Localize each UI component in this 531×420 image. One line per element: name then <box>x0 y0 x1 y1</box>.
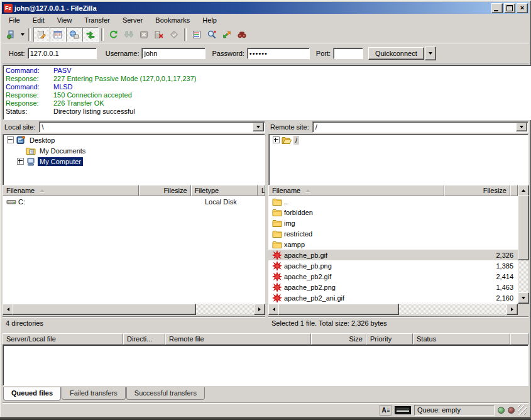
queue-list <box>3 345 528 386</box>
toggle-tree-views-button[interactable] <box>50 27 66 42</box>
menu-transfer[interactable]: Transfer <box>78 15 116 26</box>
local-horizontal-scrollbar[interactable] <box>3 304 265 314</box>
disconnect-button[interactable] <box>151 28 167 41</box>
refresh-button[interactable] <box>106 28 121 41</box>
tree-item-my-computer[interactable]: My Computer <box>3 156 265 167</box>
refresh-icon <box>109 30 119 40</box>
password-input[interactable] <box>247 48 310 59</box>
quickconnect-button[interactable]: Quickconnect <box>368 47 424 60</box>
chevron-down-icon[interactable] <box>516 123 527 131</box>
file-row[interactable]: apache_pb2_ani.gif 2,160 <box>268 292 518 303</box>
directory-filters-button[interactable] <box>189 28 204 41</box>
remote-site-combobox[interactable]: / <box>312 121 528 133</box>
scrollbar-thumb[interactable] <box>13 304 196 315</box>
menu-edit[interactable]: Edit <box>26 15 51 26</box>
tree-item-root[interactable]: / <box>269 135 528 145</box>
column-direction[interactable]: Directi... <box>123 333 165 345</box>
column-filetype[interactable]: Filetype <box>191 185 258 196</box>
log-line: Command:MLSD <box>6 83 531 91</box>
queue-size-panel: Queue: empty <box>414 405 495 416</box>
menu-bookmarks[interactable]: Bookmarks <box>149 15 196 26</box>
local-site-combobox[interactable]: \ <box>39 121 265 133</box>
maximize-button[interactable] <box>504 3 515 13</box>
local-tree: Desktop My Documents My Computer <box>3 134 265 186</box>
toolbar-separator <box>101 28 104 41</box>
remote-horizontal-scrollbar[interactable] <box>268 304 518 314</box>
file-row[interactable]: apache_pb2.png 1,463 <box>268 282 518 292</box>
username-label: Username: <box>106 50 140 57</box>
tab-queued-files[interactable]: Queued files <box>3 387 61 401</box>
cancel-operation-icon <box>139 30 149 40</box>
column-server-local-file[interactable]: Server/Local file <box>3 333 123 345</box>
column-filename[interactable]: Filename <box>268 185 444 196</box>
file-row[interactable]: restricted <box>268 228 518 239</box>
file-row[interactable]: forbidden <box>268 207 518 218</box>
directory-comparison-button[interactable] <box>204 28 219 41</box>
file-row-c-drive[interactable]: C: Local Disk <box>3 196 265 207</box>
data-type-indicator-icon[interactable]: A <box>380 405 391 416</box>
file-row[interactable]: apache_pb2.gif 2,414 <box>268 271 518 282</box>
process-queue-button[interactable] <box>121 28 136 41</box>
expand-icon[interactable] <box>273 136 280 143</box>
site-manager-button[interactable] <box>4 28 19 41</box>
menu-server[interactable]: Server <box>116 15 149 26</box>
find-files-button[interactable] <box>234 28 249 41</box>
port-input[interactable] <box>333 48 363 59</box>
toggle-directory-views-icon <box>69 30 79 40</box>
column-status[interactable]: Status <box>413 333 510 345</box>
collapse-icon[interactable] <box>7 136 14 143</box>
chevron-down-icon[interactable] <box>253 123 264 131</box>
tab-successful-transfers[interactable]: Successful transfers <box>126 387 205 400</box>
menu-file[interactable]: File <box>3 15 26 26</box>
file-row[interactable]: img <box>268 218 518 228</box>
column-last-modified[interactable]: L <box>258 185 265 196</box>
file-row[interactable]: xampp <box>268 239 518 250</box>
expand-icon[interactable] <box>17 158 24 165</box>
file-row[interactable]: apache_pb.png 1,385 <box>268 260 518 271</box>
host-input[interactable] <box>28 48 97 59</box>
my-documents-icon <box>26 146 36 156</box>
column-priority[interactable]: Priority <box>366 333 413 345</box>
toggle-transfer-queue-button[interactable] <box>82 27 99 42</box>
column-filename[interactable]: Filename <box>3 185 139 196</box>
tree-item-my-documents[interactable]: My Documents <box>3 145 265 156</box>
menu-help[interactable]: Help <box>196 15 223 26</box>
tree-item-desktop[interactable]: Desktop <box>3 135 265 145</box>
quickconnect-dropdown[interactable] <box>425 47 436 60</box>
column-size[interactable]: Size <box>311 333 366 345</box>
close-button[interactable]: × <box>517 3 528 13</box>
tab-failed-transfers[interactable]: Failed transfers <box>62 387 126 400</box>
cancel-operation-button[interactable] <box>136 28 151 41</box>
remote-file-list: .. forbidden img restricted xampp apache… <box>268 196 518 304</box>
scroll-right-icon[interactable] <box>254 304 265 315</box>
local-file-list: C: Local Disk <box>3 196 265 304</box>
synchronized-browsing-button[interactable] <box>219 28 234 41</box>
quickconnect-bar: Host: Username: Password: Port: Quickcon… <box>3 43 528 64</box>
my-computer-icon <box>26 157 36 167</box>
minimize-button[interactable] <box>491 3 503 13</box>
file-row-selected[interactable]: apache_pb.gif 2,326 <box>268 250 518 260</box>
image-file-icon <box>272 272 282 282</box>
reconnect-button[interactable] <box>167 28 182 41</box>
toggle-message-log-button[interactable] <box>33 27 50 42</box>
column-remote-file[interactable]: Remote file <box>165 333 311 345</box>
find-files-icon <box>237 30 247 40</box>
queue-header: Server/Local file Directi... Remote file… <box>3 333 528 345</box>
site-manager-dropdown[interactable] <box>19 28 26 41</box>
scroll-down-icon[interactable] <box>518 292 529 304</box>
resize-grip[interactable] <box>518 405 527 415</box>
remote-vertical-scrollbar[interactable] <box>518 185 528 304</box>
menu-view[interactable]: View <box>51 15 79 26</box>
file-row[interactable]: .. <box>268 196 518 207</box>
toggle-directory-views-button[interactable] <box>66 27 82 42</box>
menu-bar: File Edit View Transfer Server Bookmarks… <box>3 14 528 26</box>
column-filesize[interactable]: Filesize <box>139 185 191 196</box>
remote-pane: Remote site: / / Filename Filesize .. <box>268 120 528 329</box>
scrollbar-thumb[interactable] <box>518 195 529 260</box>
scroll-right-icon[interactable] <box>506 304 518 315</box>
reconnect-icon <box>169 30 179 40</box>
username-input[interactable] <box>141 48 205 59</box>
column-filesize[interactable]: Filesize <box>444 185 510 196</box>
scrollbar-thumb[interactable] <box>278 304 399 315</box>
speed-limit-indicator-icon[interactable] <box>395 406 411 414</box>
